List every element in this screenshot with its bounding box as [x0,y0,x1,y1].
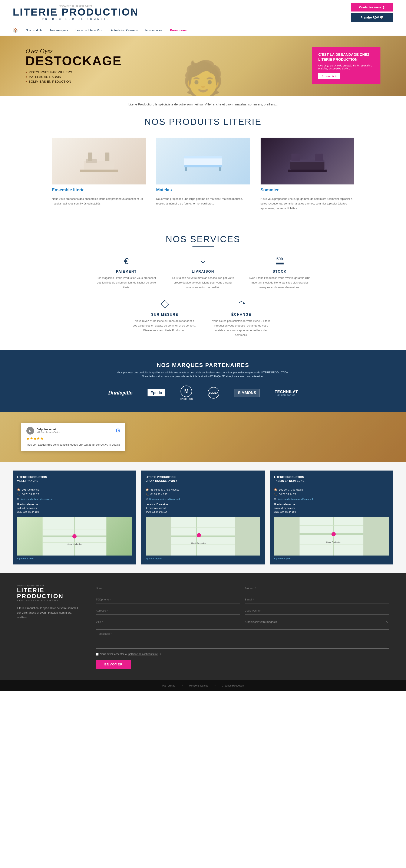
nav-actualites[interactable]: Actualités / Conseils [111,29,138,32]
review-avatar: D [26,427,34,435]
privacy-link[interactable]: politique de confidentialité [128,653,158,656]
service-sur-mesure-desc: Vous rêvez d'une literie sur-mesure répo… [133,319,197,333]
footer-mentions-legales[interactable]: Mentions légales [189,684,208,687]
footer-plan-site[interactable]: Plan du site [162,684,175,687]
logo: www.literieproduction.com LITERIE PRODUC… [13,4,139,20]
product-img-ensemble [52,137,146,184]
nav-les-plus[interactable]: Les + de Literie Prod [76,29,103,32]
location-email-3[interactable]: ✉ literie.production-tassin@orange.fr [274,498,389,500]
review-user-sub: Villefranche-sur-Saône [37,431,61,433]
form-row-5 [96,629,389,649]
partner-simmons: SIMMONS [234,389,260,397]
svg-rect-8 [185,167,187,170]
service-sur-mesure-title: SUR-MESURE [133,313,197,316]
location-hours-3: du mardi au samedi 9h30-12h et 14h-19h [274,506,389,514]
partner-bultex: BULTEX [208,387,219,399]
service-stock: 500 STOCK Avec Literie Production vous a… [248,255,312,290]
location-card-croix-rousse: LITERIE PRODUCTIONCROIX ROUSSE LYON 4 🏠 … [141,470,265,565]
product-desc-matelas: Nous vous proposons une large gamme de m… [156,196,250,206]
service-livraison-desc: La livraison de votre matelas est assuré… [171,276,235,290]
form-row-3 [96,607,389,615]
svg-text:Literie Production: Literie Production [326,541,341,543]
service-stock-icon: 500 [248,255,312,267]
hero-pink-box: C'EST LA DÉBANDADE CHEZ LITERIE PRODUCTI… [312,47,380,84]
partners-title: NOS MARQUES PARTENAIRES [21,362,385,369]
nav-home-icon[interactable]: 🏠 [13,28,18,33]
service-paiement-title: PAIEMENT [95,270,159,274]
svg-rect-12 [292,154,300,161]
footer-creation[interactable]: Création Rougevert [222,684,244,687]
agrandir-plan-1[interactable]: Agrandir le plan [17,557,132,560]
svg-point-24 [72,534,77,538]
product-desc-ensemble: Nous vous proposons des ensembles literi… [52,196,146,206]
logo-sub: PRODUCTEUR DE SOMMEIL [13,18,139,20]
product-divider-1 [52,194,63,194]
email-icon-2: ✉ [146,498,147,500]
email-input[interactable] [245,596,389,603]
location-hours-title-3: Horaires d'ouverture : [274,503,389,505]
location-hours-2: du mardi au samedi 9h30-12h et 14h-19h [146,506,261,514]
header: www.literieproduction.com LITERIE PRODUC… [0,0,406,25]
adresse-input[interactable] [96,607,240,615]
nav-nos-services[interactable]: Nos services [145,29,163,32]
services-section-title: NOS SERVICES [21,234,385,244]
hero-bullet-1: ■RISTOURNES PAR MILLIERS [26,70,122,74]
hero-bullets: ■RISTOURNES PAR MILLIERS ■MATELAS AU RAB… [26,70,122,83]
svg-rect-3 [105,153,109,161]
code-postal-input[interactable] [245,607,389,615]
locations-section: LITERIE PRODUCTIONVILLEFRANCHE 🏠 295 rue… [0,462,406,573]
location-address-1: 🏠 295 rue d'Anse [17,488,132,491]
email-icon-1: ✉ [17,498,19,500]
svg-point-31 [197,533,201,537]
telephone-input[interactable] [96,596,240,603]
hero-oyez: Oyez Oyez [26,47,122,55]
product-title-ensemble[interactable]: Ensemble literie [52,187,146,192]
service-livraison-title: LIVRAISON [171,270,235,274]
address-icon-2: 🏠 [146,488,149,491]
rdv-button[interactable]: Prendre RDV 💬 [351,13,393,22]
product-divider-3 [261,194,271,194]
agrandir-plan-2[interactable]: Agrandir le plan [146,557,261,560]
phone-icon-2: 📞 [146,493,149,496]
phone-icon-3: 📞 [274,493,277,496]
message-input[interactable] [96,629,389,649]
partner-epeda: Epeda [147,390,165,396]
services-section: NOS SERVICES € PAIEMENT Les magasins Lit… [0,223,406,350]
en-savoir-button[interactable]: En savoir + [318,73,340,79]
partner-madisson: M MADISSON [180,385,193,400]
review-section: D Delphine orcet Villefranche-sur-Saône … [0,412,406,462]
location-hours-title-1: Horaires d'ouverture : [17,503,132,505]
svg-rect-2 [88,153,92,161]
form-row-2 [96,596,389,603]
partners-sub2: Nous dédions donc tous nos points de ven… [21,375,385,378]
nav-nos-produits[interactable]: Nos produits [26,29,42,32]
service-sur-mesure-icon [133,299,197,310]
form-checkbox-row: Vous devez accepter la politique de conf… [96,653,389,656]
contact-button[interactable]: Contactez nous ❯ [351,3,393,11]
hero-pink-title: C'EST LA DÉBANDADE CHEZ LITERIE PRODUCTI… [318,53,374,62]
service-echange: ÉCHANGE Vous n'êtes pas satisfait de vot… [209,299,273,337]
services-row-1: € PAIEMENT Les magasins Literie Producti… [21,255,385,290]
magasin-select[interactable]: Choisissez votre magasin Villefranche Cr… [245,618,389,626]
footer-sep-2: • [214,684,215,687]
contact-logo-sub: PRODUCTEUR DE SOMMEIL [17,599,81,601]
nom-input[interactable] [96,585,240,592]
svg-rect-6 [184,156,222,158]
product-title-matelas[interactable]: Matelas [156,187,250,192]
products-grid: Ensemble literie Nous vous proposons des… [21,137,385,211]
location-card-villefranche: LITERIE PRODUCTIONVILLEFRANCHE 🏠 295 rue… [13,470,136,565]
svg-rect-4 [80,169,118,172]
ville-input[interactable] [96,618,240,626]
nav-promotions[interactable]: Promotions [170,29,187,32]
envoyer-button[interactable]: ENVOYER [96,660,131,669]
hero-bed-bg [163,412,406,462]
service-paiement-icon: € [95,255,159,267]
agrandir-plan-3[interactable]: Agrandir le plan [274,557,389,560]
prenom-input[interactable] [245,585,389,592]
location-email-2[interactable]: ✉ literie.production.cr@orange.fr [146,498,261,500]
location-email-1[interactable]: ✉ literie.production.vf@orange.fr [17,498,132,500]
privacy-checkbox[interactable] [96,653,99,656]
product-title-sommier[interactable]: Sommier [261,187,354,192]
nav-nos-marques[interactable]: Nos marques [50,29,68,32]
hero-destockage: DESTOCKAGE [26,55,122,67]
